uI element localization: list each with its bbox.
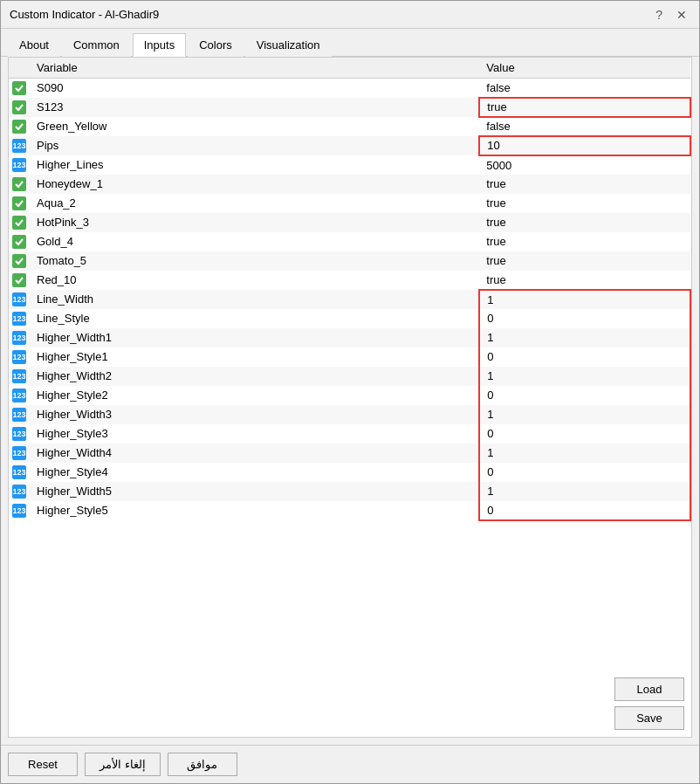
variable-cell: Higher_Lines: [30, 155, 479, 175]
value-cell[interactable]: true: [479, 213, 690, 232]
variable-cell: Line_Width: [30, 290, 479, 309]
bottom-buttons: Load Save: [9, 671, 691, 737]
value-cell[interactable]: 0: [479, 347, 690, 367]
icon-cell: [9, 79, 30, 98]
value-cell[interactable]: true: [479, 232, 690, 251]
value-cell[interactable]: true: [479, 194, 690, 213]
num-icon: 123: [12, 139, 26, 153]
table-row: 123Higher_Style10: [9, 347, 690, 367]
table-row: 123Higher_Style20: [9, 386, 690, 405]
variable-cell: Higher_Style3: [30, 424, 479, 444]
value-cell[interactable]: 1: [479, 482, 690, 501]
num-icon: 123: [12, 312, 26, 326]
num-icon: 123: [12, 427, 26, 441]
value-cell[interactable]: 0: [479, 309, 690, 328]
icon-cell: [9, 271, 30, 290]
value-cell[interactable]: 1: [479, 328, 690, 347]
icon-cell: 123: [9, 309, 30, 328]
variable-cell: Higher_Width4: [30, 444, 479, 463]
num-icon: 123: [12, 485, 26, 499]
value-cell[interactable]: 0: [479, 501, 690, 520]
tab-colors[interactable]: Colors: [188, 33, 244, 57]
ok-button[interactable]: موافق: [168, 753, 237, 776]
table-row: 123Pips10: [9, 136, 690, 155]
icon-cell: [9, 251, 30, 271]
window-title: Custom Indicator - Al-Ghadir9: [10, 8, 159, 21]
num-icon: 123: [12, 504, 26, 518]
num-icon: 123: [12, 465, 26, 479]
table-row: 123Higher_Style50: [9, 501, 690, 520]
table-row: HotPink_3true: [9, 213, 690, 232]
icon-cell: 123: [9, 347, 30, 367]
reset-button[interactable]: Reset: [8, 753, 78, 776]
titlebar: Custom Indicator - Al-Ghadir9 ? ✕: [1, 1, 699, 29]
save-button[interactable]: Save: [614, 706, 684, 730]
icon-cell: 123: [9, 405, 30, 424]
tab-common[interactable]: Common: [62, 33, 131, 57]
icon-cell: [9, 194, 30, 213]
value-cell[interactable]: 1: [479, 444, 690, 463]
bool-icon: [12, 235, 26, 249]
num-icon: 123: [12, 369, 26, 383]
value-cell[interactable]: 10: [479, 136, 690, 155]
num-icon: 123: [12, 158, 26, 172]
tab-about[interactable]: About: [8, 33, 60, 57]
value-cell[interactable]: 0: [479, 424, 690, 444]
value-col-header: Value: [479, 58, 690, 79]
tab-visualization[interactable]: Visualization: [245, 33, 332, 57]
variable-cell: S123: [30, 98, 479, 117]
value-cell[interactable]: 1: [479, 290, 690, 309]
table-row: 123Higher_Width11: [9, 328, 690, 347]
variable-col-header: Variable: [30, 58, 479, 79]
table-row: Red_10true: [9, 271, 690, 290]
value-cell[interactable]: 1: [479, 367, 690, 386]
value-cell[interactable]: 5000: [479, 155, 690, 175]
variable-cell: Line_Style: [30, 309, 479, 328]
table-row: 123Higher_Width31: [9, 405, 690, 424]
variable-cell: Higher_Width1: [30, 328, 479, 347]
cancel-button[interactable]: إلغاء الأمر: [85, 753, 161, 776]
icon-cell: 123: [9, 367, 30, 386]
bool-icon: [12, 216, 26, 230]
value-cell[interactable]: 1: [479, 405, 690, 424]
variable-cell: Higher_Style2: [30, 386, 479, 405]
help-button[interactable]: ?: [652, 6, 666, 24]
bool-icon: [12, 100, 26, 114]
variable-cell: Honeydew_1: [30, 175, 479, 194]
icon-cell: 123: [9, 424, 30, 444]
num-icon: 123: [12, 350, 26, 364]
variable-cell: Higher_Style4: [30, 463, 479, 482]
table-row: Green_Yellowfalse: [9, 117, 690, 136]
bool-icon: [12, 81, 26, 95]
variable-cell: Higher_Width2: [30, 367, 479, 386]
value-cell[interactable]: true: [479, 175, 690, 194]
inputs-table: Variable Value S090falseS123trueGreen_Ye…: [9, 58, 691, 521]
value-cell[interactable]: true: [479, 98, 690, 117]
table-row: 123Higher_Width51: [9, 482, 690, 501]
tab-bar: AboutCommonInputsColorsVisualization: [1, 29, 699, 57]
value-cell[interactable]: 0: [479, 386, 690, 405]
num-icon: 123: [12, 389, 26, 402]
table-row: 123Line_Style0: [9, 309, 690, 328]
icon-cell: 123: [9, 386, 30, 405]
value-cell[interactable]: true: [479, 251, 690, 271]
value-cell[interactable]: false: [479, 117, 690, 136]
value-cell[interactable]: 0: [479, 463, 690, 482]
bool-icon: [12, 120, 26, 134]
num-icon: 123: [12, 331, 26, 345]
variable-cell: Higher_Width5: [30, 482, 479, 501]
bool-icon: [12, 254, 26, 268]
value-cell[interactable]: true: [479, 271, 690, 290]
icon-cell: [9, 213, 30, 232]
table-row: 123Line_Width1: [9, 290, 690, 309]
variable-cell: Red_10: [30, 271, 479, 290]
table-row: S090false: [9, 79, 690, 98]
tab-inputs[interactable]: Inputs: [133, 33, 186, 57]
variable-cell: Gold_4: [30, 232, 479, 251]
close-button[interactable]: ✕: [673, 6, 690, 24]
table-row: 123Higher_Width21: [9, 367, 690, 386]
variable-cell: Aqua_2: [30, 194, 479, 213]
icon-cell: 123: [9, 155, 30, 175]
load-button[interactable]: Load: [614, 677, 684, 701]
value-cell[interactable]: false: [479, 79, 690, 98]
